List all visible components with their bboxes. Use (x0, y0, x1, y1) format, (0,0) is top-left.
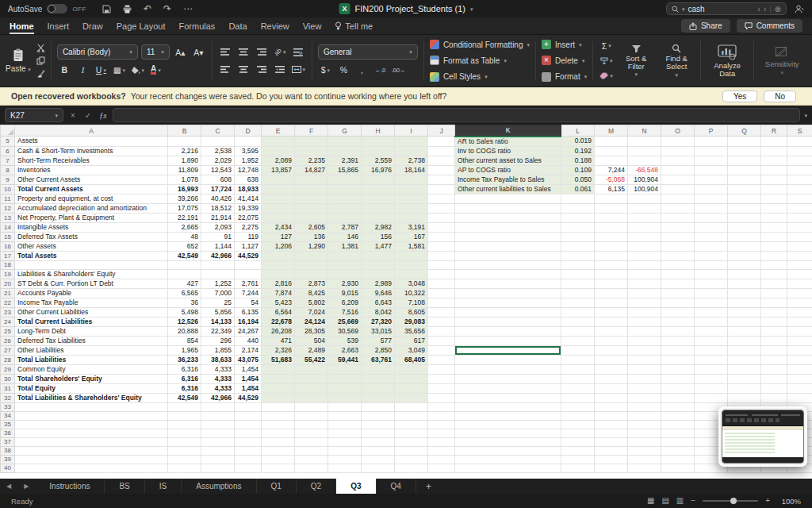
cell-F25[interactable]: 28,305 (295, 326, 328, 336)
cell-F36[interactable] (295, 429, 328, 437)
cell-N19[interactable] (628, 269, 661, 279)
cell-C9[interactable]: 608 (201, 175, 235, 184)
decrease-indent-icon[interactable] (273, 63, 288, 77)
cell-F23[interactable]: 7,024 (295, 307, 328, 317)
comments-button[interactable]: Comments (737, 19, 802, 33)
cell-J24[interactable] (428, 317, 455, 326)
cell-I9[interactable] (395, 175, 428, 184)
cell-O33[interactable] (661, 402, 695, 411)
cell-S15[interactable] (787, 232, 812, 241)
cell-Q25[interactable] (728, 326, 761, 336)
cell-H33[interactable] (362, 402, 395, 411)
cell-S9[interactable] (787, 175, 812, 184)
cell-M23[interactable] (595, 307, 628, 317)
print-icon[interactable] (123, 5, 132, 13)
sort-filter-button[interactable]: Sort & Filter ▾ (618, 44, 654, 78)
cell-B33[interactable] (168, 402, 201, 411)
decrease-font-button[interactable]: A▾ (191, 45, 206, 60)
font-color-button[interactable]: A▾ (148, 63, 163, 77)
cell-S5[interactable] (787, 137, 812, 147)
col-header-G[interactable]: G (328, 125, 362, 137)
row-header-40[interactable]: 40 (1, 464, 15, 472)
row-header-29[interactable]: 29 (1, 364, 15, 374)
cell-K37[interactable] (455, 437, 561, 446)
cell-L39[interactable] (561, 455, 595, 464)
cell-K7[interactable]: Other current asset to Sales (455, 156, 561, 165)
cell-Q32[interactable] (728, 393, 761, 402)
insert-function-icon[interactable]: ƒx (98, 111, 109, 120)
cell-C27[interactable]: 1,855 (201, 345, 235, 355)
cell-P11[interactable] (695, 194, 728, 203)
cell-I16[interactable]: 1,581 (395, 241, 428, 251)
increase-decimal-button[interactable]: ←.0 (373, 63, 388, 77)
cell-F8[interactable]: 14,827 (295, 165, 328, 175)
cell-H12[interactable] (362, 203, 395, 213)
cell-L5[interactable]: 0.019 (561, 137, 595, 147)
cell-D14[interactable]: 2,275 (235, 222, 262, 232)
font-size-select[interactable]: 11▾ (141, 44, 170, 60)
cell-M27[interactable] (595, 345, 628, 355)
cell-P30[interactable] (695, 374, 728, 383)
cell-K29[interactable] (455, 364, 561, 374)
cell-O35[interactable] (661, 420, 695, 429)
cell-Q22[interactable] (728, 298, 761, 307)
row-header-35[interactable]: 35 (1, 420, 15, 429)
row-header-39[interactable]: 39 (1, 455, 15, 464)
cell-O40[interactable] (661, 464, 695, 472)
cell-I8[interactable]: 18,164 (395, 165, 428, 175)
sheet-tab-q4[interactable]: Q4 (377, 479, 416, 494)
cell-P16[interactable] (695, 241, 728, 251)
cell-C14[interactable]: 2,093 (201, 222, 235, 232)
cell-Q24[interactable] (728, 317, 761, 326)
search-input[interactable]: cash (688, 5, 755, 13)
cell-I21[interactable]: 10,322 (395, 288, 428, 298)
cell-P5[interactable] (695, 137, 728, 147)
cut-icon[interactable] (36, 44, 45, 52)
cell-B28[interactable]: 36,233 (168, 355, 201, 364)
cell-Q15[interactable] (728, 232, 761, 241)
cell-N26[interactable] (628, 336, 661, 345)
cell-N40[interactable] (628, 464, 661, 472)
cell-P12[interactable] (695, 203, 728, 213)
sheet-tab-q1[interactable]: Q1 (257, 479, 297, 494)
col-header-E[interactable]: E (262, 125, 295, 137)
cell-E12[interactable] (262, 203, 295, 213)
cell-I36[interactable] (395, 429, 428, 437)
cell-G27[interactable]: 2,663 (328, 345, 362, 355)
cell-D17[interactable]: 44,529 (235, 251, 262, 260)
tab-data[interactable]: Data (228, 17, 247, 34)
cell-I6[interactable] (395, 146, 428, 156)
share-button[interactable]: Share (681, 19, 730, 33)
insert-cells-button[interactable]: Insert▾ (542, 38, 587, 51)
cell-G40[interactable] (328, 464, 362, 472)
col-header-M[interactable]: M (595, 125, 628, 137)
cell-O28[interactable] (661, 355, 695, 364)
cell-A14[interactable]: Intangible Assets (15, 222, 168, 232)
cell-L25[interactable] (561, 326, 595, 336)
row-header-26[interactable]: 26 (1, 336, 15, 345)
cell-F39[interactable] (295, 455, 328, 464)
cell-I18[interactable] (395, 260, 428, 269)
formula-input[interactable] (113, 108, 800, 122)
cell-J11[interactable] (428, 194, 455, 203)
confirm-icon[interactable]: ✓ (82, 111, 94, 120)
cell-C26[interactable]: 296 (201, 336, 235, 345)
cell-C15[interactable]: 91 (201, 232, 235, 241)
sheet-tab-is[interactable]: IS (145, 479, 182, 494)
cell-J6[interactable] (428, 146, 455, 156)
cell-N23[interactable] (628, 307, 661, 317)
cell-A8[interactable]: Inventories (15, 165, 168, 175)
increase-font-button[interactable]: A▴ (173, 45, 188, 60)
cell-F18[interactable] (295, 260, 328, 269)
cell-J39[interactable] (428, 455, 455, 464)
cell-O25[interactable] (661, 326, 695, 336)
cell-R12[interactable] (761, 203, 787, 213)
cell-Q18[interactable] (728, 260, 761, 269)
cell-M15[interactable] (595, 232, 628, 241)
cell-R30[interactable] (761, 374, 787, 383)
cell-H17[interactable] (362, 251, 395, 260)
cell-D36[interactable] (235, 429, 262, 437)
cell-D11[interactable]: 41,414 (235, 194, 262, 203)
cell-H6[interactable] (362, 146, 395, 156)
cell-M35[interactable] (595, 420, 628, 429)
